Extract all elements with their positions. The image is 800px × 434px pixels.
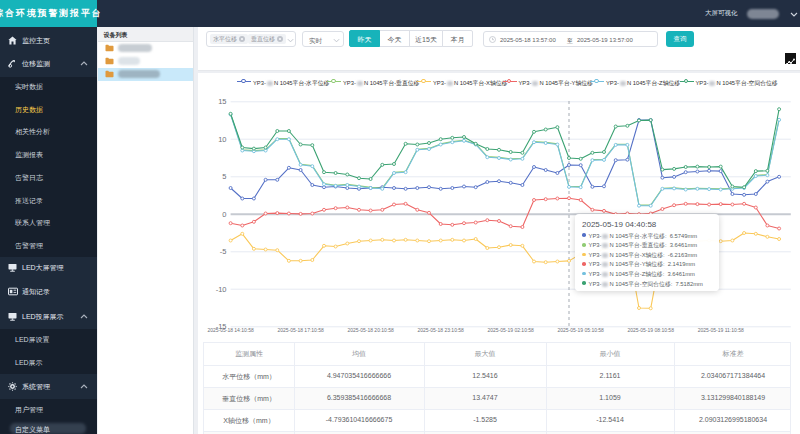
svg-text:2025-05-18 17:10:58: 2025-05-18 17:10:58 [277, 327, 324, 333]
svg-text:2025-05-19 02:10:58: 2025-05-19 02:10:58 [487, 327, 534, 333]
svg-text:-10: -10 [216, 285, 227, 294]
svg-text:2025-05-19 08:10:58: 2025-05-19 08:10:58 [628, 327, 675, 333]
svg-text:15: 15 [218, 97, 226, 106]
svg-text:2025-05-19 11:10:58: 2025-05-19 11:10:58 [698, 327, 744, 333]
svg-text:2025-05-18 20:10:58: 2025-05-18 20:10:58 [347, 327, 394, 333]
svg-text:5: 5 [222, 172, 226, 181]
svg-text:10: 10 [218, 135, 226, 144]
svg-text:2025-05-18 14:10:58: 2025-05-18 14:10:58 [207, 327, 254, 333]
svg-text:2025-05-19 05:10:58: 2025-05-19 05:10:58 [557, 327, 604, 333]
svg-text:-5: -5 [220, 247, 227, 256]
svg-text:2025-05-18 23:10:58: 2025-05-18 23:10:58 [417, 327, 464, 333]
svg-text:0: 0 [222, 210, 226, 219]
